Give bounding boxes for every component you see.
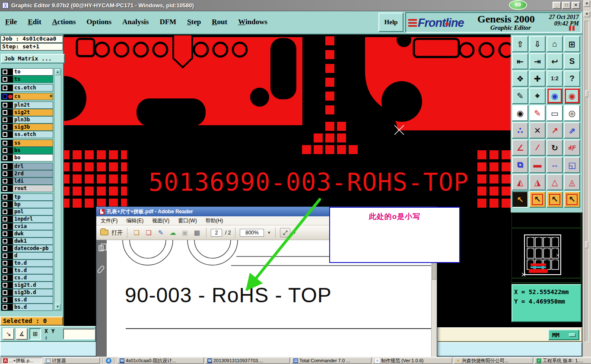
layer-row-cs.etch[interactable]: cs.etch xyxy=(1,84,53,92)
layer-name[interactable]: bp xyxy=(13,201,53,208)
layer-checkbox[interactable] xyxy=(1,163,13,170)
pan-left-icon[interactable]: ⇤ xyxy=(512,53,528,70)
layer-row-dwk[interactable]: dwk xyxy=(1,230,53,237)
layer-checkbox[interactable] xyxy=(1,140,13,146)
layer-name[interactable]: bo xyxy=(13,155,53,161)
layer-row-sig3b[interactable]: sig3b xyxy=(1,123,53,131)
view-zoom-in-icon[interactable]: ⇧ xyxy=(512,36,528,52)
probe-icon[interactable]: ⌖ xyxy=(529,88,546,104)
menu-actions[interactable]: Actions xyxy=(52,18,76,26)
rotate-icon[interactable]: ↻ xyxy=(547,139,563,156)
zoom-level-input[interactable]: 800% xyxy=(240,229,264,237)
page-number-input[interactable]: 2 xyxy=(211,229,222,237)
layer-checkbox[interactable] xyxy=(1,275,13,281)
layer-name[interactable]: ss.etch xyxy=(13,131,53,138)
taskbar-item[interactable]: A...+拼板.p... xyxy=(1,358,42,364)
layer-row-bs[interactable]: bs xyxy=(1,147,53,154)
layer-row-pln2t[interactable]: pln2t xyxy=(1,101,53,109)
help-tool-icon[interactable]: ? xyxy=(564,70,580,87)
layer-row-tp[interactable]: tp xyxy=(1,193,53,201)
layer-row-ss.d[interactable]: ss.d xyxy=(1,296,53,304)
layer-checkbox[interactable] xyxy=(1,69,13,75)
frame-close-icon[interactable]: × xyxy=(584,11,590,17)
layer-checkbox[interactable] xyxy=(1,289,13,296)
menu-edit[interactable]: Edit xyxy=(28,18,41,26)
select-cursor-icon[interactable]: ↖ xyxy=(512,191,528,208)
help-menu[interactable]: Help xyxy=(378,13,404,32)
arc-fillet-icon[interactable]: ◭ xyxy=(512,174,528,190)
layer-name[interactable]: rout xyxy=(13,185,53,192)
pdf-menu-item[interactable]: 窗口(W) xyxy=(178,217,197,225)
scroll-up-icon[interactable]: ▲ xyxy=(55,69,60,75)
layer-row-drl[interactable]: drl xyxy=(1,163,53,170)
layer-row-bs.d[interactable]: bs.d xyxy=(1,304,53,311)
more-tools-icon[interactable]: ▾ xyxy=(293,231,296,235)
taskbar-item[interactable]: ★兴森快捷衡阳分公司... xyxy=(454,358,533,364)
layer-row-cvia[interactable]: cvia xyxy=(1,223,53,230)
layer-row-to.d[interactable]: to.d xyxy=(1,260,53,267)
pdf-menu-item[interactable]: 文件(F) xyxy=(101,217,118,225)
fit-window-button[interactable]: ⤢ xyxy=(280,228,290,237)
select-frame-icon[interactable]: ↖ xyxy=(529,191,546,208)
layer-name[interactable]: to.d xyxy=(13,260,53,266)
layer-checkbox[interactable] xyxy=(1,209,13,215)
windows-tile-icon[interactable]: ⊞ xyxy=(564,36,580,52)
ie-icon[interactable]: e xyxy=(106,358,111,364)
layer-name[interactable]: d xyxy=(13,253,53,259)
layer-row-d[interactable]: d xyxy=(1,252,53,260)
line-width-icon[interactable]: ▬ xyxy=(529,157,546,173)
layer-checkbox[interactable] xyxy=(1,131,13,138)
layer-name[interactable]: datecode-pb xyxy=(13,245,53,252)
layer-checkbox[interactable] xyxy=(1,245,13,252)
layer-row-pln3b[interactable]: pln3b xyxy=(1,116,53,123)
layer-name[interactable]: ts.d xyxy=(13,267,53,274)
layer-checkbox[interactable] xyxy=(1,267,13,274)
layer-checkbox[interactable] xyxy=(1,102,13,108)
layer-row-bo[interactable]: bo xyxy=(1,154,53,161)
surface-base-icon[interactable]: ◬ xyxy=(564,174,580,190)
taskbar-item[interactable]: W20130913110937703.... xyxy=(205,358,290,364)
layer-row-cs[interactable]: cs⊞ xyxy=(1,93,53,100)
open-label[interactable]: 打开 xyxy=(111,229,123,237)
layer-name[interactable]: ts xyxy=(13,76,53,82)
menu-analysis[interactable]: Analysis xyxy=(122,18,149,26)
doc-stamp-icon[interactable]: ❏ xyxy=(144,228,153,237)
menu-step[interactable]: Step xyxy=(187,18,201,26)
layer-checkbox[interactable] xyxy=(1,238,13,244)
home-view-icon[interactable]: ⌂ xyxy=(547,36,563,52)
layer-checkbox[interactable] xyxy=(1,85,13,91)
arc-chamfer-icon[interactable]: ◮ xyxy=(529,174,546,190)
xy-input[interactable] xyxy=(63,329,95,339)
layer-name[interactable]: cs⊞ xyxy=(13,93,53,100)
layer-row-2rd[interactable]: 2rd xyxy=(1,170,53,177)
layer-name[interactable]: ss xyxy=(13,140,53,146)
layer-row-cs.d[interactable]: cs.d xyxy=(1,274,53,282)
layer-checkbox[interactable] xyxy=(1,93,13,100)
pages-panel-icon[interactable] xyxy=(98,245,104,251)
grid-toggle-button[interactable]: ⊞ xyxy=(29,328,41,340)
ruler-icon[interactable]: ▭ xyxy=(547,105,563,121)
layer-name[interactable]: cvia xyxy=(13,223,53,230)
layer-checkbox[interactable] xyxy=(1,282,13,288)
layer-row-sig2t[interactable]: sig2t xyxy=(1,109,53,116)
layer-checkbox[interactable] xyxy=(1,201,13,208)
net-points-icon[interactable]: ∴ xyxy=(512,122,528,139)
taskbar-item[interactable]: ✓工程系统 版本: 1.... xyxy=(534,358,591,364)
layer-checkbox[interactable] xyxy=(1,117,13,123)
select-region-icon[interactable]: ↖ xyxy=(547,191,563,208)
delete-feature-icon[interactable]: ✕ xyxy=(529,122,546,139)
layer-expand-icon[interactable]: ⊞ xyxy=(50,94,52,98)
menu-options[interactable]: Options xyxy=(86,18,111,26)
layer-checkbox[interactable] xyxy=(1,147,13,154)
stretch-line-icon[interactable]: ↗ xyxy=(547,122,563,139)
cloud-upload-icon[interactable]: ☁ xyxy=(168,228,178,237)
slope-line-icon[interactable]: ∕ xyxy=(529,139,546,156)
zoom-ratio-icon[interactable]: 1:2 xyxy=(547,70,563,87)
fit-view-icon[interactable]: ❖ xyxy=(512,70,528,87)
snap-angle-button[interactable]: ∡ xyxy=(16,328,28,340)
layer-checkbox[interactable] xyxy=(1,76,13,82)
layer-name[interactable]: bs xyxy=(13,147,53,154)
layer-name[interactable]: sig3b xyxy=(13,124,53,130)
layer-checkbox[interactable] xyxy=(1,109,13,116)
layer-checkbox[interactable] xyxy=(1,171,13,177)
